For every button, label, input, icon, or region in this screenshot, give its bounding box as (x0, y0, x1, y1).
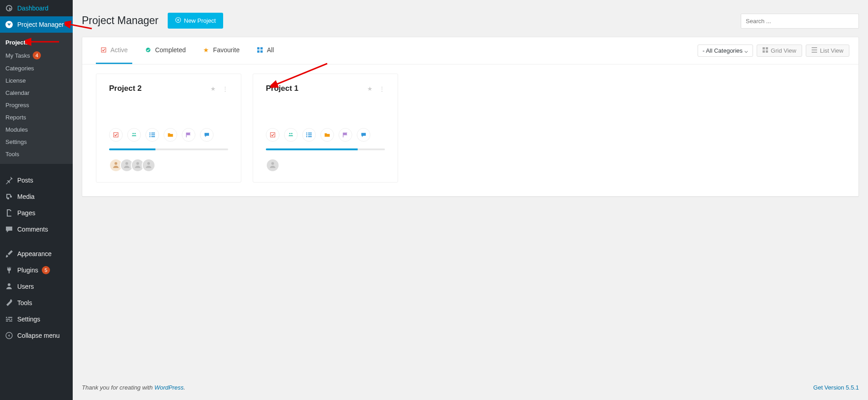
team-icon[interactable] (127, 128, 141, 142)
star-outline-icon[interactable]: ★ (367, 85, 373, 92)
sidebar-label: Pages (17, 209, 35, 217)
main-content: Project Manager New Project Active Compl… (73, 0, 868, 400)
sidebar-label: Collapse menu (17, 332, 60, 339)
sidebar-item-plugins[interactable]: Plugins 5 (0, 262, 73, 278)
sub-item-categories[interactable]: Categories (0, 62, 73, 74)
svg-rect-15 (114, 133, 118, 137)
project-card[interactable]: Project 1 ★ ⋮ (253, 74, 398, 183)
sidebar-label: Posts (17, 177, 33, 184)
sidebar-item-comments[interactable]: Comments (0, 221, 73, 237)
sidebar-label: Dashboard (17, 5, 49, 12)
categories-dropdown[interactable]: - All Categories ⌵ (698, 44, 753, 57)
sidebar-label: Media (17, 193, 35, 200)
plug-icon (5, 266, 14, 275)
sub-item-modules[interactable]: Modules (0, 123, 73, 136)
filter-tabs: Active Completed ★ Favourite All - All C… (82, 37, 858, 64)
brush-icon (5, 249, 14, 258)
sidebar-item-collapse[interactable]: Collapse menu (0, 327, 73, 344)
svg-rect-10 (763, 50, 765, 53)
star-outline-icon[interactable]: ★ (210, 85, 216, 92)
project-title: Project 1 (266, 84, 299, 93)
admin-footer: Thank you for creating with WordPress. G… (82, 375, 859, 400)
sub-item-calendar[interactable]: Calendar (0, 87, 73, 99)
sidebar-item-dashboard[interactable]: Dashboard (0, 0, 73, 16)
svg-rect-8 (763, 47, 765, 49)
collapse-icon (5, 331, 14, 340)
list-icon (812, 47, 817, 54)
svg-point-16 (150, 133, 151, 134)
team-icon[interactable] (284, 128, 298, 142)
tab-all[interactable]: All (252, 37, 279, 64)
sub-item-progress[interactable]: Progress (0, 99, 73, 111)
sidebar-label: Project Manager (17, 21, 64, 28)
svg-point-3 (146, 48, 150, 52)
dashboard-icon (5, 4, 14, 13)
more-icon[interactable]: ⋮ (379, 85, 385, 92)
version-link[interactable]: Get Version 5.5.1 (813, 384, 859, 391)
check-circle-icon (145, 47, 151, 53)
milestone-icon[interactable] (339, 128, 352, 142)
wordpress-link[interactable]: WordPress (155, 384, 184, 391)
svg-rect-19 (151, 134, 155, 135)
tab-active[interactable]: Active (96, 37, 132, 64)
svg-rect-17 (151, 133, 155, 133)
svg-rect-22 (270, 133, 275, 137)
sidebar-item-pages[interactable]: Pages (0, 205, 73, 221)
sub-item-license[interactable]: License (0, 74, 73, 87)
svg-rect-13 (812, 49, 817, 50)
sidebar-label: Users (17, 283, 34, 290)
sidebar-item-appearance[interactable]: Appearance (0, 246, 73, 262)
avatar[interactable] (142, 158, 155, 172)
files-icon[interactable] (164, 128, 177, 142)
pm-icon (5, 20, 14, 29)
svg-rect-11 (766, 50, 768, 53)
list-view-button[interactable]: List View (806, 44, 849, 57)
star-icon: ★ (203, 47, 210, 53)
lists-icon[interactable] (145, 128, 159, 142)
sliders-icon (5, 315, 14, 324)
tab-completed[interactable]: Completed (140, 37, 190, 64)
sidebar-label: Comments (17, 226, 48, 233)
files-icon[interactable] (320, 128, 334, 142)
projects-panel: Active Completed ★ Favourite All - All C… (82, 37, 859, 197)
lists-icon[interactable] (302, 128, 316, 142)
more-icon[interactable]: ⋮ (222, 85, 228, 92)
discuss-icon[interactable] (357, 128, 370, 142)
svg-rect-6 (257, 50, 259, 53)
sidebar-item-project-manager[interactable]: Project Manager (0, 16, 73, 33)
new-project-label: New Project (184, 17, 216, 24)
progress-bar (266, 148, 385, 150)
sub-item-reports[interactable]: Reports (0, 111, 73, 123)
sub-item-tools[interactable]: Tools (0, 148, 73, 160)
svg-rect-5 (260, 47, 263, 49)
sub-item-settings[interactable]: Settings (0, 136, 73, 148)
svg-point-25 (306, 134, 308, 136)
sidebar-item-posts[interactable]: Posts (0, 172, 73, 188)
plugins-badge: 5 (42, 266, 50, 274)
search-input[interactable] (741, 14, 859, 29)
sidebar-item-users[interactable]: Users (0, 278, 73, 295)
sidebar-label: Plugins (17, 267, 38, 274)
svg-rect-26 (308, 134, 312, 135)
avatar[interactable] (266, 158, 279, 172)
sidebar-item-media[interactable]: Media (0, 188, 73, 205)
media-icon (5, 192, 14, 201)
sidebar-item-admin-settings[interactable]: Settings (0, 311, 73, 327)
milestone-icon[interactable] (182, 128, 195, 142)
sidebar-item-tools[interactable]: Tools (0, 295, 73, 311)
discuss-icon[interactable] (200, 128, 214, 142)
sub-item-my-tasks[interactable]: My Tasks4 (0, 49, 73, 62)
grid-small-icon (257, 47, 263, 53)
sub-item-projects[interactable]: Projects (0, 36, 73, 49)
project-card[interactable]: Project 2 ★ ⋮ (96, 74, 241, 183)
tasks-icon[interactable] (109, 128, 123, 142)
svg-point-23 (306, 133, 308, 134)
tab-favourite[interactable]: ★ Favourite (199, 37, 244, 64)
new-project-button[interactable]: New Project (168, 13, 223, 29)
svg-rect-2 (101, 48, 106, 52)
svg-rect-28 (308, 136, 312, 137)
svg-rect-7 (260, 50, 263, 53)
tasks-icon[interactable] (266, 128, 279, 142)
user-icon (5, 282, 14, 291)
grid-view-button[interactable]: Grid View (757, 44, 802, 57)
